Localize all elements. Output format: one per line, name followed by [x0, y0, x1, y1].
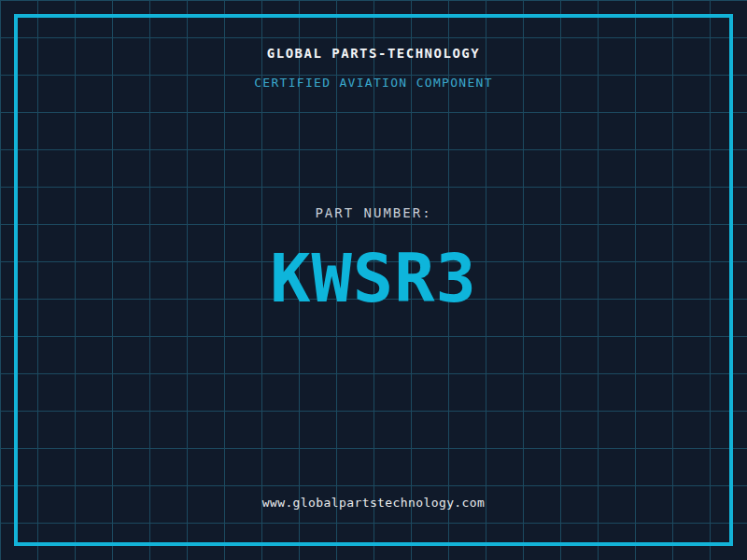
part-number-value: KWSR3 — [0, 245, 747, 312]
placard-root: { "header": { "company": "GLOBAL PARTS-T… — [0, 0, 747, 560]
part-number-label: PART NUMBER: — [0, 205, 747, 220]
certification-subtitle: CERTIFIED AVIATION COMPONENT — [0, 76, 747, 90]
company-name: GLOBAL PARTS-TECHNOLOGY — [0, 46, 747, 61]
website-url: www.globalpartstechnology.com — [0, 496, 747, 510]
